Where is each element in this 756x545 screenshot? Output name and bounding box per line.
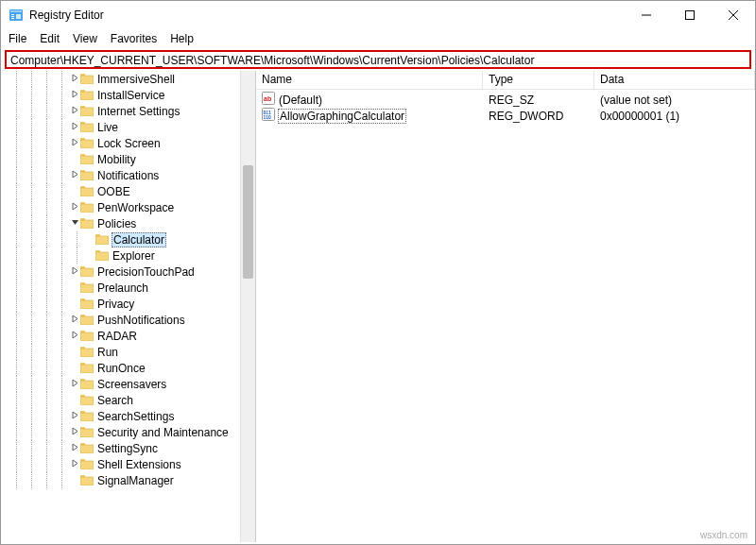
tree-item[interactable]: InstallService <box>7 87 255 103</box>
tree-item[interactable]: RunOnce <box>7 360 255 376</box>
tree-item[interactable]: Live <box>7 119 255 135</box>
tree-item[interactable]: Mobility <box>7 151 255 167</box>
tree-view[interactable]: ImmersiveShellInstallServiceInternet Set… <box>1 71 255 542</box>
list-body[interactable]: ab(Default)REG_SZ(value not set)011110Al… <box>256 90 755 542</box>
svg-rect-23 <box>80 172 94 180</box>
tree-item[interactable]: PenWorkspace <box>7 199 255 215</box>
app-icon <box>9 8 24 23</box>
svg-rect-35 <box>80 268 94 277</box>
expander-icon[interactable] <box>69 74 80 84</box>
tree-scrollbar-thumb[interactable] <box>243 165 253 279</box>
column-header-type[interactable]: Type <box>483 71 594 90</box>
expander-icon[interactable] <box>69 443 80 453</box>
tree-item[interactable]: Notifications <box>7 167 255 183</box>
tree-item[interactable]: RADAR <box>7 328 255 344</box>
tree-item-label: SettingSync <box>97 442 158 455</box>
folder-icon <box>80 459 97 469</box>
watermark: wsxdn.com <box>700 530 747 540</box>
tree-item-label: Policies <box>97 217 136 230</box>
tree-scrollbar[interactable] <box>240 71 255 542</box>
folder-icon <box>80 282 97 293</box>
expander-icon[interactable] <box>69 106 80 116</box>
svg-rect-11 <box>80 76 94 84</box>
svg-text:ab: ab <box>264 95 271 102</box>
tree-item[interactable]: PushNotifications <box>7 312 255 328</box>
folder-icon <box>80 315 97 325</box>
tree-item[interactable]: SettingSync <box>7 440 255 456</box>
expander-icon[interactable] <box>69 218 80 229</box>
tree-item-label: RADAR <box>97 330 137 343</box>
tree-item[interactable]: Policies <box>7 215 255 231</box>
tree-item-label: OOBE <box>97 185 130 198</box>
folder-icon <box>80 74 97 84</box>
tree-item[interactable]: Search <box>7 392 255 408</box>
address-bar[interactable]: Computer\HKEY_CURRENT_USER\SOFTWARE\Micr… <box>5 50 751 69</box>
titlebar: Registry Editor <box>1 1 755 29</box>
tree-item[interactable]: Privacy <box>7 296 255 312</box>
expander-icon[interactable] <box>69 266 80 277</box>
tree-item[interactable]: Lock Screen <box>7 135 255 151</box>
window-title: Registry Editor <box>29 9 104 22</box>
expander-icon[interactable] <box>69 170 80 180</box>
column-header-name[interactable]: Name <box>256 71 483 90</box>
tree-item[interactable]: Calculator <box>7 231 255 247</box>
tree-item[interactable]: Shell Extensions <box>7 456 255 472</box>
expander-icon[interactable] <box>69 379 80 389</box>
expander-icon[interactable] <box>69 90 80 100</box>
tree-item-label: Prelaunch <box>97 281 148 295</box>
tree-item[interactable]: Internet Settings <box>7 103 255 119</box>
menu-view[interactable]: View <box>73 32 97 45</box>
svg-rect-7 <box>686 11 695 20</box>
tree-item[interactable]: Prelaunch <box>7 280 255 296</box>
tree-item-label: Shell Extensions <box>97 458 181 471</box>
list-header: Name Type Data <box>256 71 755 90</box>
svg-rect-17 <box>80 124 94 132</box>
tree-item-label: RunOnce <box>97 362 146 375</box>
svg-text:110: 110 <box>264 114 272 120</box>
tree-item[interactable]: PrecisionTouchPad <box>7 264 255 280</box>
svg-rect-25 <box>80 188 94 196</box>
list-item[interactable]: ab(Default)REG_SZ(value not set) <box>256 92 755 108</box>
value-name: (Default) <box>279 94 322 107</box>
maximize-button[interactable] <box>668 1 712 29</box>
close-button[interactable] <box>712 1 755 29</box>
minimize-button[interactable] <box>625 1 668 29</box>
expander-icon[interactable] <box>69 459 80 469</box>
expander-icon[interactable] <box>69 427 80 437</box>
tree-item-label: Screensavers <box>97 378 166 391</box>
svg-rect-57 <box>80 445 94 453</box>
menu-favorites[interactable]: Favorites <box>111 32 157 45</box>
folder-icon <box>80 427 97 437</box>
expander-icon[interactable] <box>69 315 80 325</box>
svg-rect-51 <box>80 397 94 405</box>
expander-icon[interactable] <box>69 202 80 213</box>
tree-item[interactable]: Security and Maintenance <box>7 424 255 440</box>
list-item[interactable]: 011110AllowGraphingCalculatorREG_DWORD0x… <box>256 108 755 124</box>
folder-icon <box>80 90 97 100</box>
expander-icon[interactable] <box>69 138 80 148</box>
menubar: File Edit View Favorites Help <box>1 29 755 48</box>
tree-item[interactable]: SearchSettings <box>7 408 255 424</box>
folder-icon <box>80 154 97 164</box>
tree-item[interactable]: Run <box>7 344 255 360</box>
column-header-data[interactable]: Data <box>594 71 755 90</box>
menu-help[interactable]: Help <box>170 32 194 45</box>
folder-icon <box>80 331 97 341</box>
tree-item[interactable]: Screensavers <box>7 376 255 392</box>
tree-item[interactable]: SignalManager <box>7 472 255 488</box>
tree-item[interactable]: OOBE <box>7 183 255 199</box>
folder-icon <box>80 218 97 229</box>
menu-edit[interactable]: Edit <box>40 32 60 45</box>
tree-item-label: Privacy <box>97 298 134 311</box>
tree-item-label: PrecisionTouchPad <box>97 265 195 279</box>
folder-icon <box>80 266 97 277</box>
expander-icon[interactable] <box>69 411 80 421</box>
expander-icon[interactable] <box>69 122 80 132</box>
tree-item[interactable]: Explorer <box>7 247 255 264</box>
tree-item[interactable]: ImmersiveShell <box>7 71 255 87</box>
expander-icon[interactable] <box>69 331 80 341</box>
svg-rect-19 <box>80 140 94 148</box>
reg-string-icon: ab <box>262 92 275 108</box>
menu-file[interactable]: File <box>9 32 26 45</box>
tree-item-label: InstallService <box>97 89 164 102</box>
